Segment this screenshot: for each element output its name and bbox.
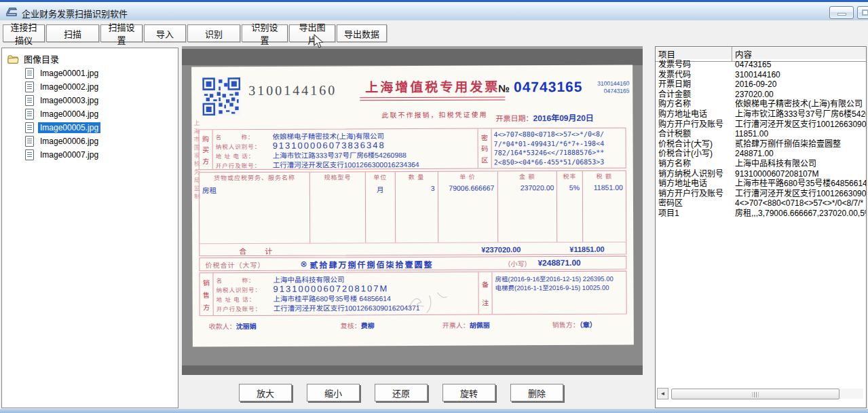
toolbar-button[interactable]: 连接扫描仪 bbox=[3, 24, 45, 42]
result-row[interactable]: 开票日期 2016-09-20 bbox=[656, 79, 866, 90]
result-item-name: 合计金额 bbox=[656, 90, 732, 100]
scroll-left-arrow[interactable]: ◄ bbox=[657, 388, 668, 399]
result-row[interactable]: 购方开户行及账号 工行漕河泾开发区支行100126630901 bbox=[656, 120, 866, 130]
result-item-value: 91310000607208107M bbox=[732, 169, 866, 179]
results-header: 项目 内容 bbox=[656, 47, 866, 59]
no-label: № bbox=[498, 82, 510, 94]
password-text: 4<>707<880<0718<>57<>*/0<8/7/*04*01-4994… bbox=[492, 128, 626, 168]
tree-root[interactable]: 图像目录 bbox=[2, 48, 178, 67]
result-item-value: 工行漕河泾开发区支行100126630901 bbox=[732, 120, 866, 130]
invoice-preview-viewer[interactable]: 上海市国家税务局监制 3100144160 上海 bbox=[182, 46, 643, 375]
invoice-number: 04743165 bbox=[514, 79, 583, 95]
result-row[interactable]: 发票号码 04743165 bbox=[656, 60, 866, 70]
goods-table: 货物或应税劳务、服务名称规格型号 单位数 量 单 价金 额 税率税 额 房租 月… bbox=[199, 170, 627, 257]
seller-vertical-label: 销售方 bbox=[200, 273, 213, 315]
invoice-code: 3100144160 bbox=[248, 82, 337, 98]
result-item-value: 248871.00 bbox=[732, 149, 866, 159]
buyer-section: 购买方 名 称：依娘梯电子精密技术(上海)有限公司 纳税人识别号：9131000… bbox=[199, 128, 626, 170]
main-toolbar: 连接扫描仪扫描扫描设置导入识别识别设置导出图片导出数据 bbox=[3, 24, 387, 43]
result-item-name: 销方开户行及账号 bbox=[656, 189, 732, 199]
title-bar: 企业财务发票扫描识别软件 bbox=[0, 0, 868, 20]
toolbar-button[interactable]: 识别 bbox=[187, 24, 240, 42]
toolbar-button[interactable]: 导入 bbox=[144, 24, 186, 42]
recognition-results-panel: 项目 内容 发票号码 04743165 发票代码 3100144160 开票日期… bbox=[655, 46, 867, 408]
result-row[interactable]: 合计税额 11851.00 bbox=[656, 129, 866, 139]
tree-item-label: Image00005.jpg bbox=[38, 122, 100, 133]
buyer-vertical-label: 购买方 bbox=[200, 130, 213, 169]
buyer-fields: 名 称：依娘梯电子精密技术(上海)有限公司 纳税人识别号：91310000607… bbox=[213, 129, 478, 170]
result-item-value: 237020.00 bbox=[732, 90, 866, 100]
toolbar-button[interactable]: 扫描 bbox=[46, 24, 99, 42]
result-row[interactable]: 价税合计(大写) 贰拾肆万捌仟捌佰柒拾壹圆整 bbox=[656, 139, 866, 149]
image-directory-panel: 图像目录 Image00001.jpg Image00002.jpg Image… bbox=[1, 48, 178, 408]
tree-item[interactable]: Image00003.jpg bbox=[2, 94, 178, 107]
remark-vertical-label: 备注 bbox=[478, 272, 492, 314]
result-item-name: 项目1 bbox=[656, 209, 732, 219]
document-icon bbox=[25, 149, 34, 160]
result-item-value: 工行漕河泾开发区支行100126630901 bbox=[732, 189, 866, 199]
viewer-control-button[interactable]: 还原 bbox=[375, 384, 428, 401]
result-item-name: 开票日期 bbox=[656, 79, 732, 90]
result-row[interactable]: 购方地址电话 上海市钦江路333号37号厂房6楼5426 bbox=[656, 109, 866, 120]
scan-margin-bottom bbox=[182, 365, 643, 375]
maximize-icon bbox=[862, 10, 868, 16]
scanner-app-icon bbox=[5, 7, 18, 20]
result-row[interactable]: 销方开户行及账号 工行漕河泾开发区支行100126630901 bbox=[656, 189, 866, 199]
toolbar-button[interactable]: 识别设置 bbox=[242, 24, 288, 42]
result-item-name: 购方开户行及账号 bbox=[656, 120, 732, 130]
goods-total-row: 合 计 ¥237020.00 ¥11851.00 bbox=[200, 242, 626, 257]
viewer-control-button[interactable]: 放大 bbox=[239, 384, 292, 401]
tree-item[interactable]: Image00006.jpg bbox=[2, 134, 178, 148]
result-row[interactable]: 价税合计(小写) 248871.00 bbox=[656, 149, 866, 159]
result-item-name: 合计税额 bbox=[656, 129, 732, 139]
viewer-control-button[interactable]: 缩小 bbox=[307, 384, 360, 401]
result-item-value: 11851.00 bbox=[732, 129, 866, 139]
maximize-button[interactable] bbox=[857, 6, 868, 19]
invoice-number-small: 3100144160 04743165 bbox=[597, 80, 629, 95]
result-item-value: 04743165 bbox=[732, 60, 866, 70]
window-title: 企业财务发票扫描识别软件 bbox=[22, 7, 128, 20]
result-item-value: 贰拾肆万捌仟捌佰柒拾壹圆整 bbox=[732, 139, 866, 149]
invoice-number-block: № 04743165 bbox=[498, 79, 582, 96]
document-icon bbox=[25, 109, 34, 120]
tree-item-label: Image00002.jpg bbox=[38, 82, 100, 92]
result-item-name: 销方名称 bbox=[656, 159, 732, 169]
result-row[interactable]: 购方名称 依娘梯电子精密技术(上海)有限公司 bbox=[656, 99, 866, 109]
scrollbar-thumb[interactable] bbox=[671, 389, 839, 399]
viewer-controls: 放大缩小还原旋转删除 bbox=[239, 384, 563, 401]
viewer-control-button[interactable]: 删除 bbox=[510, 384, 563, 401]
app-window: 企业财务发票扫描识别软件 连接扫描仪扫描扫描设置导入识别识别设置导出图片导出数据… bbox=[0, 0, 868, 413]
invoice-image: 上海市国家税务局监制 3100144160 上海 bbox=[191, 65, 634, 347]
tree-item[interactable]: Image00005.jpg bbox=[2, 121, 178, 134]
toolbar-button[interactable]: 导出图片 bbox=[289, 24, 335, 42]
result-row[interactable]: 销方地址电话 上海市桂平路680号35号楼64856614 bbox=[656, 179, 866, 189]
result-item-value: 3100144160 bbox=[732, 70, 866, 80]
seller-section: 销售方 名 称：上海中晶科技有限公司 纳税人识别号：91310000607208… bbox=[199, 271, 626, 317]
minimize-button[interactable] bbox=[829, 6, 854, 19]
invoice-footer: 收款人：沈丽娟 复核：费柳 开票人：胡佩丽 销售方：（章） bbox=[200, 319, 627, 331]
scrollbar-track[interactable] bbox=[839, 389, 863, 399]
result-row[interactable]: 密码区 4<>707<880<0718<>57<>*/0<8/7/* bbox=[656, 198, 866, 209]
toolbar-button[interactable]: 导出数据 bbox=[337, 24, 387, 42]
remark-text: 房租(2016-9-16至2016-12-15) 226395.00电梯费(20… bbox=[492, 272, 626, 315]
document-icon bbox=[25, 95, 34, 106]
result-row[interactable]: 合计金额 237020.00 bbox=[656, 90, 866, 100]
tree-item[interactable]: Image00007.jpg bbox=[2, 148, 178, 162]
result-item-value: 上海中品科技有限公司 bbox=[732, 159, 866, 169]
tree-item[interactable]: Image00002.jpg bbox=[2, 80, 178, 94]
tree-item-label: Image00004.jpg bbox=[38, 109, 100, 120]
result-row[interactable]: 销方纳税人识别号 91310000607208107M bbox=[656, 169, 866, 179]
tree-item[interactable]: Image00001.jpg bbox=[2, 67, 178, 80]
password-vertical-label: 密码区 bbox=[478, 128, 492, 168]
toolbar-button[interactable]: 扫描设置 bbox=[100, 24, 143, 42]
result-row[interactable]: 发票代码 3100144160 bbox=[656, 70, 866, 80]
tree-item[interactable]: Image00004.jpg bbox=[2, 107, 178, 121]
viewer-control-button[interactable]: 旋转 bbox=[442, 384, 495, 401]
tree-item-label: Image00007.jpg bbox=[38, 149, 100, 160]
tree-item-label: Image00003.jpg bbox=[38, 95, 100, 106]
result-item-value: 上海市钦江路333号37号厂房6楼5426 bbox=[732, 109, 866, 120]
result-row[interactable]: 销方名称 上海中品科技有限公司 bbox=[656, 159, 866, 169]
minimize-icon bbox=[837, 13, 846, 16]
result-row[interactable]: 项目1 房租,,,3,79006.666667,237020.00,5% bbox=[656, 209, 866, 219]
horizontal-scrollbar[interactable]: ◄ bbox=[657, 388, 863, 399]
